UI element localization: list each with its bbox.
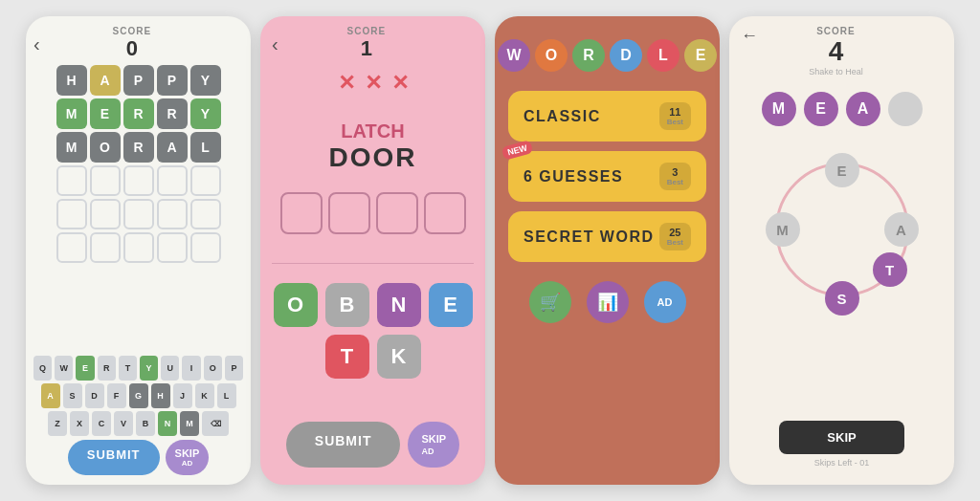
tile-empty xyxy=(56,165,87,196)
tile-l1: L xyxy=(190,132,221,163)
key-y[interactable]: Y xyxy=(140,356,158,381)
circle-letter-e[interactable]: E xyxy=(825,153,859,187)
key-u[interactable]: U xyxy=(161,356,179,381)
tile-empty xyxy=(56,232,87,263)
letter-row-2: T K xyxy=(325,335,421,379)
key-del[interactable]: ⌫ xyxy=(202,411,229,436)
secretword-badge: 25 Best xyxy=(659,223,691,250)
key-h[interactable]: H xyxy=(151,383,170,408)
ad-icon-btn[interactable]: AD xyxy=(644,281,686,323)
divider xyxy=(272,263,474,264)
menu-6guesses-btn[interactable]: NEW 6 GUESSES 3 Best xyxy=(508,151,706,202)
tile-n[interactable]: N xyxy=(377,283,421,327)
score-label-s2: SCORE xyxy=(278,26,455,36)
screen-latch-door: ‹ SCORE 1 ✕ ✕ ✕ LATCH DOOR xyxy=(260,16,485,485)
classic-best-label: Best xyxy=(667,118,683,126)
key-j[interactable]: J xyxy=(173,383,192,408)
key-v[interactable]: V xyxy=(114,411,133,436)
s4-skip-section: SKIP Skips Left - 01 xyxy=(741,421,943,475)
new-badge: NEW xyxy=(501,140,534,161)
title-letter-d: D xyxy=(610,39,642,72)
skip-ad-s1: AD xyxy=(175,459,200,468)
screen-classic-wordle: ‹ SCORE 0 H A P P Y M E xyxy=(26,16,251,485)
cart-icon-btn[interactable]: 🛒 xyxy=(529,281,571,323)
word-row-1: H A P P Y xyxy=(56,65,221,96)
key-o[interactable]: O xyxy=(204,356,222,381)
stats-icon-btn[interactable]: 📊 xyxy=(587,281,629,323)
key-a[interactable]: A xyxy=(41,383,60,408)
key-c[interactable]: C xyxy=(92,411,111,436)
key-w[interactable]: W xyxy=(55,356,73,381)
key-i[interactable]: I xyxy=(182,356,200,381)
screen-circle-game: ← SCORE 4 Shake to Heal M E A E M xyxy=(729,16,954,485)
key-q[interactable]: Q xyxy=(33,356,52,381)
tile-empty xyxy=(157,232,188,263)
secretword-label: SECRET WORD xyxy=(523,229,655,246)
key-n[interactable]: N xyxy=(158,411,177,436)
key-s[interactable]: S xyxy=(63,383,82,408)
skip-button-s1[interactable]: SKIP AD xyxy=(166,440,210,475)
key-p[interactable]: P xyxy=(225,356,243,381)
tile-o[interactable]: O xyxy=(274,283,318,327)
key-k[interactable]: K xyxy=(195,383,214,408)
tile-empty xyxy=(123,165,154,196)
menu-secretword-btn[interactable]: SECRET WORD 25 Best xyxy=(508,211,706,262)
back-button-s2[interactable]: ‹ xyxy=(272,33,278,55)
key-e[interactable]: E xyxy=(76,356,94,381)
word-grid-s1: H A P P Y M E R R Y M O R xyxy=(33,65,243,263)
circle-letter-m[interactable]: M xyxy=(766,212,800,247)
circle-letter-t[interactable]: T xyxy=(873,252,907,287)
key-g[interactable]: G xyxy=(129,383,148,408)
tile-k[interactable]: K xyxy=(377,335,421,379)
skip-button-s4[interactable]: SKIP xyxy=(779,421,903,454)
tile-empty xyxy=(56,199,87,229)
6guesses-label: 6 GUESSES xyxy=(523,168,623,185)
circle-letter-a[interactable]: A xyxy=(884,212,919,247)
cross-1: ✕ xyxy=(338,71,355,96)
tile-b[interactable]: B xyxy=(325,283,369,327)
top-letter-m[interactable]: M xyxy=(762,92,796,126)
tile-e1: E xyxy=(90,98,121,129)
key-z[interactable]: Z xyxy=(48,411,67,436)
answer-boxes-row xyxy=(272,192,474,234)
tile-empty xyxy=(123,232,154,263)
6guesses-best-score: 3 xyxy=(672,166,678,178)
back-button-s4[interactable]: ← xyxy=(741,26,758,46)
classic-badge: 11 Best xyxy=(659,102,691,130)
submit-button-s1[interactable]: SUBMIT xyxy=(68,440,160,475)
menu-classic-btn[interactable]: CLASSIC 11 Best xyxy=(508,91,706,142)
tile-empty xyxy=(90,165,121,196)
classic-best-score: 11 xyxy=(669,106,680,118)
answer-box-4 xyxy=(424,192,466,234)
hint-word-area: LATCH DOOR xyxy=(272,120,474,173)
secretword-best-label: Best xyxy=(667,238,683,247)
key-x[interactable]: X xyxy=(70,411,89,436)
tile-t[interactable]: T xyxy=(325,335,369,379)
top-letter-e[interactable]: E xyxy=(804,92,838,126)
key-m[interactable]: M xyxy=(180,411,199,436)
circle-game-area: E M A T S xyxy=(756,143,928,316)
tile-y1: Y xyxy=(190,65,221,96)
key-d[interactable]: D xyxy=(85,383,104,408)
back-button-s1[interactable]: ‹ xyxy=(33,33,40,55)
tile-empty xyxy=(157,165,188,196)
s4-header: ← SCORE 4 Shake to Heal xyxy=(741,26,943,76)
word-row-6 xyxy=(56,232,221,263)
key-b[interactable]: B xyxy=(136,411,155,436)
secretword-best-score: 25 xyxy=(669,227,680,238)
submit-button-s2[interactable]: SUBMIT xyxy=(286,422,401,468)
tile-p1: P xyxy=(123,65,154,96)
key-l[interactable]: L xyxy=(217,383,236,408)
key-t[interactable]: T xyxy=(119,356,137,381)
tile-e[interactable]: E xyxy=(429,283,473,327)
title-letter-l: L xyxy=(647,39,679,72)
answer-box-1 xyxy=(280,192,323,234)
top-letter-a[interactable]: A xyxy=(846,92,880,126)
skip-button-s2[interactable]: SKIP AD xyxy=(408,422,459,468)
skip-label-s1: SKIP xyxy=(175,447,200,459)
circle-letter-s[interactable]: S xyxy=(825,281,859,316)
key-r[interactable]: R xyxy=(98,356,116,381)
title-letter-w: W xyxy=(498,39,530,72)
key-f[interactable]: F xyxy=(107,383,126,408)
tile-p2: P xyxy=(157,65,188,96)
